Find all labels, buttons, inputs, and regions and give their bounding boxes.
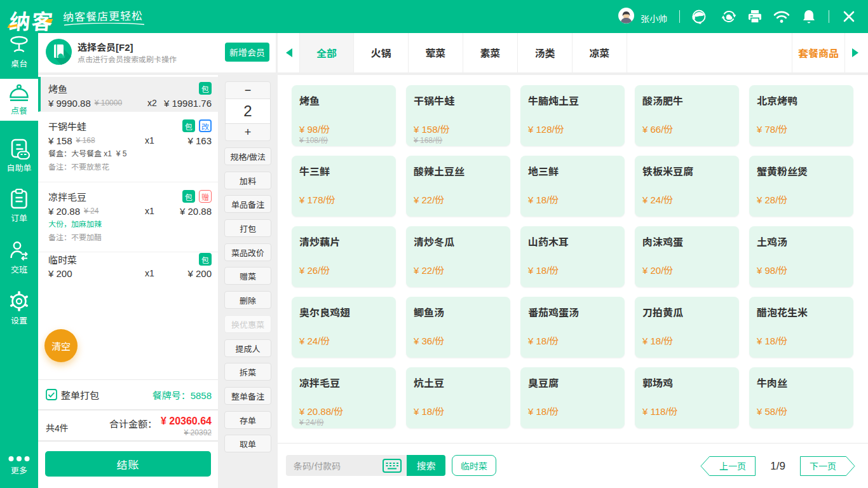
svg-text:下一页: 下一页 xyxy=(810,461,836,471)
svg-text:上一页: 上一页 xyxy=(719,461,746,471)
